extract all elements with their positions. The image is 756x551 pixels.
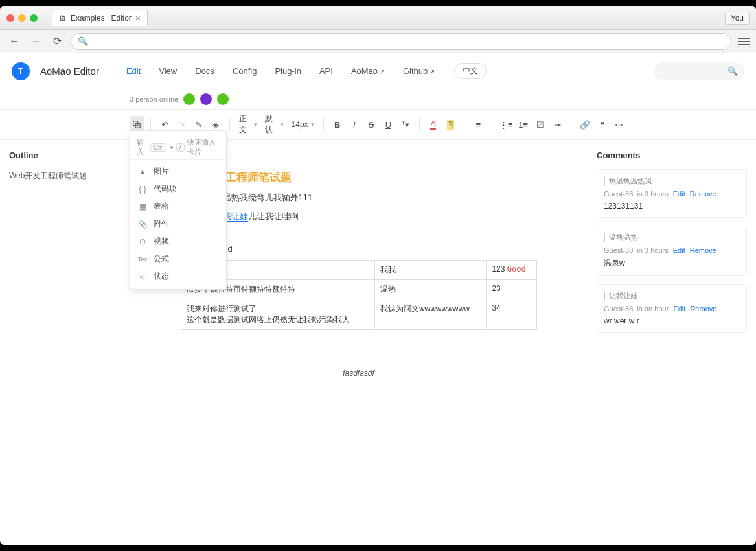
nav-api[interactable]: API (315, 66, 337, 76)
doc-title[interactable]: Web开发工程师笔试题 (181, 170, 537, 185)
heading-select[interactable]: 正文 (236, 113, 260, 135)
outline-title: Outline (9, 150, 120, 160)
dd-label: 图片 (154, 166, 169, 177)
brand-name: AoMao Editor (40, 65, 99, 76)
logo-icon: T (12, 62, 30, 80)
quote-button[interactable]: ❝ (595, 116, 609, 133)
comment-remove[interactable]: Remove (690, 190, 716, 198)
ol-button[interactable]: 1≡ (516, 116, 530, 133)
comment-card[interactable]: 热温热温热我 Guest-38 in 3 hours Edit Remove 1… (597, 169, 747, 218)
back-button[interactable]: ← (6, 36, 22, 47)
subheading[interactable]: 表格多个ddsd (181, 243, 537, 255)
insert-video[interactable]: ⊙视频 (130, 233, 226, 250)
task-button[interactable]: ☑ (533, 116, 547, 133)
comment-card[interactable]: 让我让娃 Guest-38 in an hour Edit Remove wr … (597, 284, 747, 333)
nav-aomao[interactable]: AoMao (347, 66, 389, 76)
separator (464, 118, 464, 131)
comment-edit[interactable]: Edit (673, 246, 685, 254)
table-cell[interactable]: 我认为阿文wwwwwwwww (374, 299, 487, 329)
address-input[interactable]: 🔍 (71, 33, 731, 50)
dropdown-hint: 输入 Ctrl + / 快速插入卡片 (130, 135, 226, 160)
profile-chip[interactable]: You (725, 12, 750, 25)
nav-github[interactable]: Github (399, 66, 439, 76)
indent-button[interactable]: ⇥ (550, 116, 564, 133)
status-icon: ☺ (138, 272, 147, 281)
insert-codeblock[interactable]: { }代码块 (130, 180, 226, 198)
separator (571, 118, 571, 131)
table-cell[interactable]: 123 Good (487, 260, 536, 279)
app-header: T AoMao Editor Edit View Docs Config Plu… (0, 53, 756, 89)
content-table[interactable]: 阿文温热我 我我 123 Good 版多个额特特而特额特特额特特 温热 23 我… (181, 260, 537, 330)
nav-config[interactable]: Config (229, 66, 261, 76)
language-toggle[interactable]: 中文 (454, 63, 487, 79)
link-button[interactable]: 🔗 (578, 116, 592, 133)
hint-text: 输入 (137, 137, 148, 157)
table-cell[interactable]: 我我 (374, 260, 487, 279)
image-icon: ▲ (138, 167, 147, 176)
text-color-button[interactable]: A (426, 116, 441, 133)
table-row[interactable]: 我来对你进行测试了 这个就是数据测试网络上仍然无让我热污染我人 我认为阿文www… (181, 299, 536, 329)
table-row[interactable]: 版多个额特特而特额特特额特特 温热 23 (181, 279, 536, 299)
nav-docs[interactable]: Docs (191, 66, 218, 76)
separator (492, 118, 492, 131)
more-button[interactable]: ⋯ (612, 116, 626, 133)
document[interactable]: Web开发工程师笔试题 热王温温热温热我绕弯儿我额外111 阿文阿文让我让娃儿让… (181, 170, 537, 378)
insert-dropdown: 输入 Ctrl + / 快速插入卡片 ▲图片 { }代码块 ▦表格 📎附件 ⊙视… (130, 130, 227, 290)
insert-status[interactable]: ☺状态 (130, 268, 226, 285)
dd-label: 状态 (154, 271, 169, 282)
comment-body: 温泉w (604, 258, 740, 269)
comment-remove[interactable]: Remove (690, 246, 716, 254)
nav-view[interactable]: View (155, 66, 181, 76)
close-window[interactable] (6, 14, 14, 22)
highlight-button[interactable]: ꟻ (443, 116, 457, 133)
footnote[interactable]: fasdfasdf (181, 369, 537, 378)
bold-button[interactable]: B (330, 116, 344, 133)
status-text: Good (507, 264, 526, 274)
nav-plugin[interactable]: Plug-in (271, 66, 304, 76)
comment-card[interactable]: 温热温热 Guest-38 in 3 hours Edit Remove 温泉w (597, 226, 747, 276)
minimize-window[interactable] (18, 14, 26, 22)
table-cell[interactable]: 34 (487, 299, 536, 329)
align-button[interactable]: ≡ (471, 116, 485, 133)
outline-item[interactable]: Web开发工程师笔试题 (9, 170, 120, 182)
titlebar: 🗎 Examples | Editor × You (0, 6, 756, 30)
comment-edit[interactable]: Edit (673, 190, 685, 198)
table-cell[interactable]: 23 (487, 279, 536, 299)
paragraph[interactable]: 热王温温热温热我绕弯儿我额外111 (181, 191, 537, 205)
comment-time: in an hour (637, 305, 669, 312)
presence-avatar (183, 93, 195, 105)
comments-title: Comments (597, 150, 747, 160)
font-select[interactable]: 默认 (262, 113, 286, 135)
url-bar: ← → ⟳ 🔍 (0, 30, 756, 53)
paragraph[interactable]: 阿文阿文让我让娃儿让我让哇啊 (181, 210, 537, 224)
comment-remove[interactable]: Remove (690, 305, 716, 312)
size-select[interactable]: 14px (289, 120, 317, 129)
italic-button[interactable]: I (347, 116, 361, 133)
insert-attachment[interactable]: 📎附件 (130, 215, 226, 233)
more-format-button[interactable]: ᵀ▾ (398, 116, 413, 133)
underline-button[interactable]: U (381, 116, 395, 133)
table-cell[interactable]: 温热 (374, 279, 487, 299)
table-row[interactable]: 阿文温热我 我我 123 Good (181, 260, 536, 279)
comment-edit[interactable]: Edit (673, 305, 685, 312)
ul-button[interactable]: ⋮≡ (499, 116, 513, 133)
strike-button[interactable]: S (364, 116, 378, 133)
comment-quote: 让我让娃 (604, 291, 740, 301)
insert-image[interactable]: ▲图片 (130, 163, 226, 180)
reload-button[interactable]: ⟳ (51, 35, 64, 47)
browser-tab[interactable]: 🗎 Examples | Editor × (52, 10, 148, 26)
nav-edit[interactable]: Edit (122, 66, 144, 76)
insert-table[interactable]: ▦表格 (130, 198, 226, 215)
comment-author: Guest-38 (604, 190, 633, 198)
maximize-window[interactable] (30, 14, 38, 22)
insert-formula[interactable]: Tex公式 (130, 250, 226, 268)
close-tab-icon[interactable]: × (135, 13, 141, 23)
formula-icon: Tex (138, 256, 147, 263)
dd-label: 表格 (154, 201, 169, 212)
header-search[interactable]: 🔍 (654, 62, 744, 80)
table-cell[interactable]: 我来对你进行测试了 这个就是数据测试网络上仍然无让我热污染我人 (181, 299, 374, 329)
comment-author: Guest-38 (604, 305, 633, 312)
editor-toolbar: ↶ ↷ ✎ ◈ 正文 默认 14px B I S U ᵀ▾ A ꟻ ≡ ⋮≡ 1… (0, 109, 756, 140)
comment-author: Guest-38 (604, 246, 633, 254)
menu-button[interactable] (738, 38, 750, 45)
